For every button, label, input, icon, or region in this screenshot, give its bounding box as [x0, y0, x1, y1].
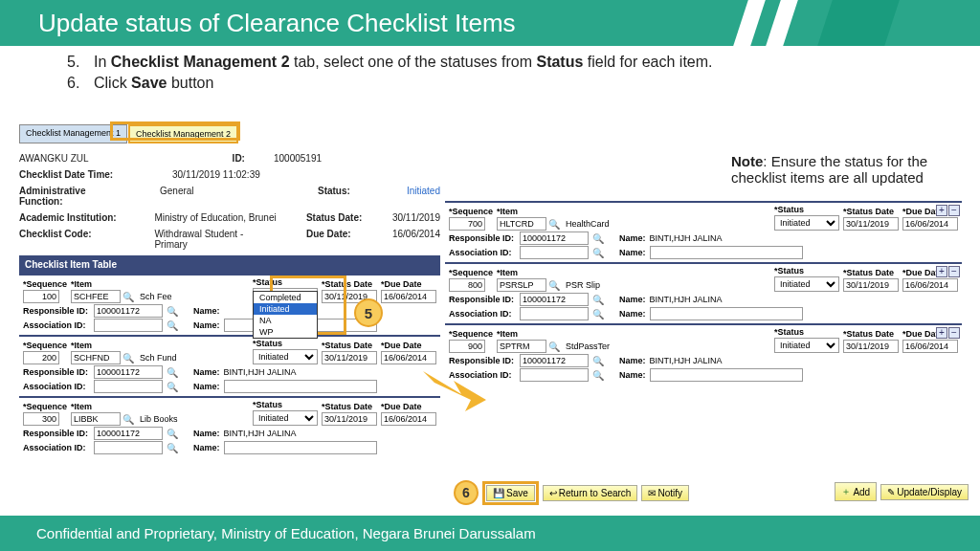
add-button[interactable]: ＋Add: [835, 482, 877, 501]
instruction-6: 6.Click Save button: [67, 75, 913, 92]
lookup-icon[interactable]: 🔍: [167, 382, 178, 392]
add-row-icon[interactable]: +: [936, 205, 947, 216]
status-select[interactable]: Initiated: [253, 349, 318, 364]
page-title: Update status of Clearance Checklist Ite…: [38, 9, 516, 38]
action-buttons-right: ＋Add ✎Update/Display: [835, 482, 969, 501]
item-input[interactable]: [497, 278, 546, 292]
sequence-input[interactable]: [23, 351, 59, 364]
title-decoration: [741, 0, 980, 46]
checklist-panel-right: +− *Sequence *Item🔍HealthCard *StatusIni…: [445, 201, 962, 385]
item-desc: PSR Slip: [566, 280, 600, 290]
association-id-input[interactable]: [94, 380, 163, 393]
item-input[interactable]: [497, 217, 546, 231]
item-input[interactable]: [71, 351, 121, 364]
table-row: *Sequence *Item🔍Lib Books *StatusInitiat…: [19, 396, 440, 457]
arrow-icon: [417, 364, 494, 423]
responsible-id-input[interactable]: [520, 354, 589, 367]
status-date-input[interactable]: [843, 278, 899, 292]
due-date-input[interactable]: [902, 217, 958, 231]
instructions: 5.In Checklist Management 2 tab, select …: [0, 46, 980, 99]
name-value: BINTI,HJH JALINA: [224, 429, 297, 438]
status-select[interactable]: Initiated: [774, 338, 839, 353]
status-option[interactable]: Initiated: [254, 303, 317, 315]
status-select[interactable]: Initiated: [253, 410, 318, 426]
notify-button[interactable]: ✉Notify: [641, 485, 689, 501]
assoc-name-input[interactable]: [650, 307, 803, 320]
item-desc: HealthCard: [566, 219, 610, 229]
status-date-input[interactable]: [843, 340, 899, 353]
lookup-icon[interactable]: 🔍: [167, 320, 178, 331]
item-input[interactable]: [71, 290, 121, 303]
sequence-input[interactable]: [23, 290, 59, 303]
remove-row-icon[interactable]: −: [948, 205, 960, 216]
assoc-name-input[interactable]: [650, 368, 803, 382]
association-id-input[interactable]: [94, 441, 163, 454]
association-id-input[interactable]: [520, 307, 589, 320]
student-name: AWANGKU ZUL: [19, 153, 89, 164]
remove-row-icon[interactable]: −: [948, 327, 960, 339]
lookup-icon[interactable]: 🔍: [592, 233, 604, 244]
lookup-icon[interactable]: 🔍: [167, 443, 178, 453]
sequence-input[interactable]: [449, 217, 485, 231]
item-input[interactable]: [71, 412, 121, 426]
responsible-id-input[interactable]: [520, 293, 589, 306]
status-option[interactable]: Completed: [254, 292, 317, 303]
name-value: BINTI,HJH JALINA: [650, 233, 723, 243]
lookup-icon[interactable]: 🔍: [592, 370, 604, 381]
responsible-id-input[interactable]: [94, 365, 163, 379]
assoc-name-input[interactable]: [224, 380, 377, 393]
status-select[interactable]: Initiated: [774, 215, 839, 231]
item-desc: Sch Fund: [140, 353, 177, 363]
association-id-input[interactable]: [520, 246, 589, 259]
lookup-icon[interactable]: 🔍: [167, 367, 178, 378]
highlight-tab: [110, 121, 240, 141]
callout-5: 5: [354, 298, 383, 327]
responsible-id-input[interactable]: [94, 427, 163, 440]
responsible-id-input[interactable]: [520, 231, 589, 245]
save-button[interactable]: 💾Save: [486, 485, 535, 501]
remove-row-icon[interactable]: −: [948, 266, 960, 277]
add-row-icon[interactable]: +: [936, 266, 947, 277]
table-row: +− *Sequence *Item🔍StdPassTer *StatusIni…: [445, 323, 962, 385]
table-row: *Sequence *Item🔍Sch Fund *StatusInitiate…: [19, 335, 440, 396]
status-option[interactable]: NA: [254, 315, 317, 326]
add-row-icon[interactable]: +: [936, 327, 947, 339]
assoc-name-input[interactable]: [650, 246, 803, 259]
association-id-input[interactable]: [94, 319, 163, 332]
lookup-icon[interactable]: 🔍: [167, 306, 178, 317]
due-date-input[interactable]: [902, 340, 958, 353]
status-dropdown[interactable]: CompletedInitiatedNAWP: [253, 291, 318, 339]
lookup-icon[interactable]: 🔍: [548, 280, 560, 291]
sequence-input[interactable]: [449, 278, 485, 292]
status-date-input[interactable]: [322, 412, 377, 426]
status-select[interactable]: Initiated: [774, 276, 839, 292]
instruction-5: 5.In Checklist Management 2 tab, select …: [67, 54, 913, 71]
lookup-icon[interactable]: 🔍: [592, 356, 604, 366]
lookup-icon[interactable]: 🔍: [122, 353, 134, 364]
update-display-button[interactable]: ✎Update/Display: [880, 484, 969, 500]
status-date-input[interactable]: [843, 217, 899, 231]
due-date-input[interactable]: [381, 290, 436, 303]
item-desc: Lib Books: [140, 414, 178, 424]
association-id-input[interactable]: [520, 368, 589, 382]
status-option[interactable]: WP: [254, 326, 317, 338]
sequence-input[interactable]: [449, 340, 485, 353]
status-date-input[interactable]: [322, 351, 377, 364]
lookup-icon[interactable]: 🔍: [592, 309, 604, 320]
assoc-name-input[interactable]: [224, 441, 377, 454]
lookup-icon[interactable]: 🔍: [548, 219, 560, 230]
due-date-input[interactable]: [902, 278, 958, 292]
due-date-input[interactable]: [381, 351, 436, 364]
item-input[interactable]: [497, 340, 546, 353]
lookup-icon[interactable]: 🔍: [548, 342, 560, 352]
lookup-icon[interactable]: 🔍: [592, 248, 604, 258]
lookup-icon[interactable]: 🔍: [167, 429, 178, 439]
lookup-icon[interactable]: 🔍: [122, 414, 134, 425]
return-button[interactable]: ↩Return to Search: [543, 485, 638, 501]
name-value: BINTI,HJH JALINA: [650, 356, 723, 365]
name-value: BINTI,HJH JALINA: [650, 295, 723, 304]
lookup-icon[interactable]: 🔍: [592, 295, 604, 305]
responsible-id-input[interactable]: [94, 304, 163, 318]
sequence-input[interactable]: [23, 412, 59, 426]
lookup-icon[interactable]: 🔍: [122, 292, 134, 302]
